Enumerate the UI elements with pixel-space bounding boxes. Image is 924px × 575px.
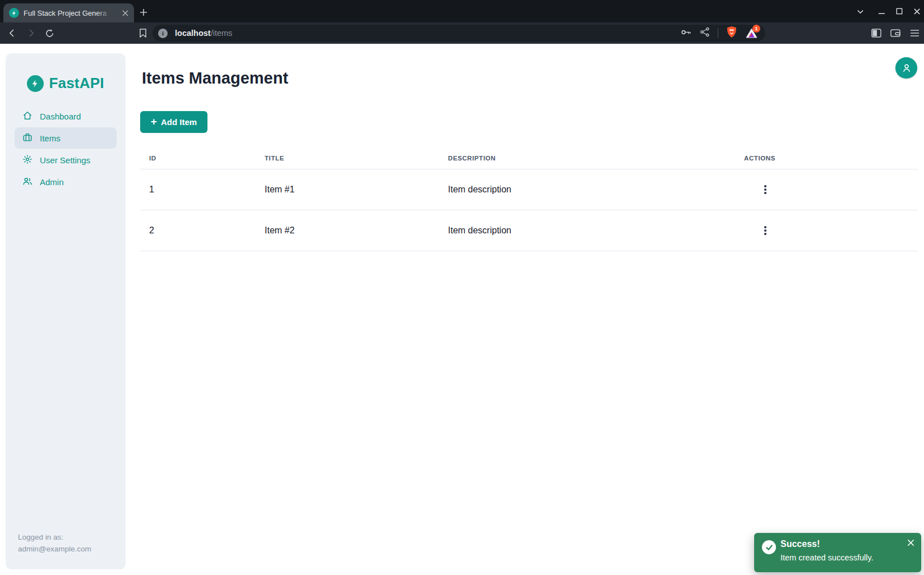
home-icon <box>22 111 33 122</box>
sidebar-item-label: Items <box>40 134 61 143</box>
window-minimize-button[interactable] <box>875 4 888 18</box>
table-header-row: ID TITLE DESCRIPTION ACTIONS <box>140 155 918 169</box>
browser-titlebar: Full Stack Project Genera <box>0 0 924 22</box>
users-icon <box>22 176 33 188</box>
address-bar[interactable]: i localhost/items 1 <box>153 25 765 42</box>
cell-id: 2 <box>140 210 256 251</box>
reload-button[interactable] <box>43 26 56 40</box>
column-header-actions: ACTIONS <box>735 155 918 169</box>
table-row: 2 Item #2 Item description <box>140 210 918 251</box>
sidebar: FastAPI Dashboard Items User Settings <box>6 53 126 569</box>
gear-icon <box>22 154 33 166</box>
menu-hamburger-icon[interactable] <box>908 26 921 40</box>
logged-in-info: Logged in as: admin@example.com <box>6 531 126 569</box>
back-button[interactable] <box>6 26 19 40</box>
toast-message: Item created successfully. <box>780 553 874 562</box>
column-header-title: TITLE <box>256 155 439 169</box>
sidebar-toggle-icon[interactable] <box>870 26 883 40</box>
column-header-description: DESCRIPTION <box>439 155 735 169</box>
add-item-button[interactable]: + Add Item <box>140 111 207 133</box>
sidebar-item-user-settings[interactable]: User Settings <box>15 149 117 171</box>
window-close-button[interactable] <box>910 4 923 18</box>
table-row: 1 Item #1 Item description <box>140 169 918 210</box>
sidebar-item-label: Dashboard <box>40 112 81 121</box>
cell-title: Item #2 <box>256 210 439 251</box>
logged-in-label: Logged in as: <box>18 531 113 543</box>
cell-description: Item description <box>439 169 735 210</box>
rewards-badge: 1 <box>752 25 760 33</box>
new-tab-button[interactable] <box>136 5 151 20</box>
divider <box>718 28 718 38</box>
row-actions-kebab-icon[interactable] <box>757 223 773 238</box>
brave-rewards-icon[interactable]: 1 <box>745 27 757 39</box>
forward-button[interactable] <box>24 26 38 40</box>
bookmark-icon[interactable] <box>136 26 150 40</box>
brave-shield-icon[interactable] <box>726 26 737 40</box>
row-actions-kebab-icon[interactable] <box>757 182 773 197</box>
tab-search-chevron-icon[interactable] <box>853 4 867 18</box>
briefcase-icon <box>22 132 33 144</box>
tab-title: Full Stack Project Genera <box>24 9 112 17</box>
sidebar-nav: Dashboard Items User Settings Admin <box>6 105 126 193</box>
items-table: ID TITLE DESCRIPTION ACTIONS 1 Item #1 I… <box>140 155 918 251</box>
share-icon[interactable] <box>700 27 710 39</box>
page-title: Items Management <box>142 69 288 88</box>
fastapi-favicon-icon <box>9 8 19 18</box>
cell-description: Item description <box>439 210 735 251</box>
browser-tab[interactable]: Full Stack Project Genera <box>3 3 134 22</box>
cell-title: Item #1 <box>256 169 439 210</box>
browser-toolbar: i localhost/items 1 <box>0 22 924 44</box>
fastapi-logo: FastAPI <box>6 75 126 92</box>
wallet-icon[interactable] <box>889 26 902 40</box>
sidebar-item-items[interactable]: Items <box>15 127 117 149</box>
column-header-id: ID <box>140 155 256 169</box>
url-text[interactable]: localhost/items <box>175 29 232 38</box>
sidebar-item-dashboard[interactable]: Dashboard <box>15 105 117 127</box>
window-maximize-button[interactable] <box>893 4 906 18</box>
toast-title: Success! <box>780 539 820 549</box>
password-key-icon[interactable] <box>680 26 692 40</box>
logo-text: FastAPI <box>49 75 104 92</box>
sidebar-item-label: Admin <box>40 177 64 187</box>
site-info-icon[interactable]: i <box>158 29 168 38</box>
tab-close-icon[interactable] <box>122 10 128 16</box>
logged-in-email: admin@example.com <box>18 543 113 555</box>
sidebar-item-admin[interactable]: Admin <box>15 171 117 192</box>
plus-icon: + <box>151 116 157 127</box>
page-content: FastAPI Dashboard Items User Settings <box>0 44 924 575</box>
user-avatar-button[interactable] <box>895 57 917 79</box>
toast-close-icon[interactable] <box>905 537 916 548</box>
fastapi-bolt-icon <box>27 75 44 92</box>
sidebar-item-label: User Settings <box>40 155 90 165</box>
check-circle-icon <box>762 540 776 554</box>
success-toast: Success! Item created successfully. <box>754 533 921 572</box>
cell-id: 1 <box>140 169 256 210</box>
